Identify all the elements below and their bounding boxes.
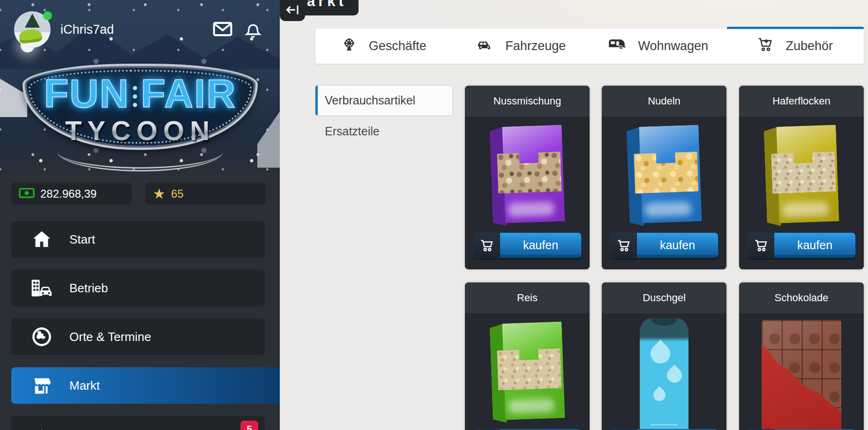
product-image-area: kaufen xyxy=(739,117,864,269)
product-name: Schokolade xyxy=(739,282,864,313)
product-image-oats-box xyxy=(763,125,839,226)
product-image-area: kaufen xyxy=(602,117,726,269)
tab-label: Geschäfte xyxy=(369,39,427,53)
product-image-area: kaufen xyxy=(602,313,726,430)
logo-title-line1: FUNFAIR xyxy=(16,70,264,117)
mail-icon[interactable] xyxy=(212,21,233,37)
sidebar-item-label: Markt xyxy=(69,378,100,393)
product-name: Nudeln xyxy=(602,86,726,117)
product-image-area: kaufen xyxy=(465,117,590,269)
buy-button-label: kaufen xyxy=(774,233,855,258)
buy-button[interactable]: kaufen xyxy=(747,232,856,258)
market-tabbar: Geschäfte Fahrzeuge Wohnwagen Zubehör xyxy=(315,29,864,64)
username: iChris7ad xyxy=(60,22,114,37)
product-card: Reis kaufen xyxy=(465,282,590,430)
product-image-chocolate-bar xyxy=(762,320,841,430)
avatar-green-car xyxy=(18,28,42,44)
sidebar-header-art: iChris7ad FUNFAIR TYCOON xyxy=(0,0,280,174)
online-status-dot xyxy=(43,11,52,20)
rollercoaster-track xyxy=(57,131,223,171)
product-card: Nudeln kaufen xyxy=(602,86,726,269)
product-card: Haferflocken kaufen xyxy=(739,86,864,269)
tab-fahrzeuge[interactable]: Fahrzeuge xyxy=(453,29,590,64)
category-verbrauchsartikel[interactable]: Verbrauchsartikel xyxy=(315,86,452,115)
product-image-pasta-box xyxy=(626,125,702,226)
buy-button[interactable]: kaufen xyxy=(610,232,718,258)
tab-label: Wohnwagen xyxy=(638,39,708,53)
star-icon: ★ xyxy=(153,187,165,201)
company-car-icon xyxy=(27,278,56,298)
funfair-tycoon-logo: FUNFAIR TYCOON xyxy=(16,52,264,171)
collapse-sidebar-button[interactable] xyxy=(280,0,305,21)
caravan-icon xyxy=(608,38,626,54)
sidebar-item-partial[interactable]: 5 xyxy=(11,416,265,430)
money-icon xyxy=(19,187,35,200)
category-label: Ersatzteile xyxy=(325,125,380,138)
home-icon xyxy=(27,230,56,249)
notification-badge: 5 xyxy=(240,421,258,430)
product-image-rice-box xyxy=(489,321,565,423)
sidebar-item-label: Orte & Termine xyxy=(69,330,151,344)
logo-word-fair: FAIR xyxy=(141,71,236,116)
product-name: Duschgel xyxy=(602,282,726,313)
tab-geschaefte[interactable]: Geschäfte xyxy=(315,29,453,64)
tab-label: Zubehör xyxy=(786,39,833,53)
car-icon xyxy=(476,38,493,54)
category-label: Verbrauchsartikel xyxy=(325,94,415,107)
main-content: Markt Geschäfte Fahrzeuge xyxy=(280,0,868,430)
tab-zubehoer[interactable]: Zubehör xyxy=(727,29,864,64)
sidebar-item-markt[interactable]: Markt xyxy=(11,367,280,404)
sidebar-item-orte-termine[interactable]: Orte & Termine xyxy=(11,319,265,355)
avatar-tree xyxy=(25,14,40,28)
product-card: Schokolade kaufen xyxy=(739,282,864,430)
product-image-nut-box xyxy=(489,125,565,226)
tab-label: Fahrzeuge xyxy=(505,39,566,53)
product-card: Duschgel kaufen xyxy=(602,282,726,430)
product-name: Reis xyxy=(465,282,590,313)
tab-wohnwagen[interactable]: Wohnwagen xyxy=(590,29,727,64)
bell-icon[interactable] xyxy=(243,22,263,42)
shop-icon xyxy=(27,375,56,396)
fun-fair-tycoon-app: iChris7ad FUNFAIR TYCOON 282.968,39 ★ 65 xyxy=(0,0,868,430)
cart-plus-icon xyxy=(757,37,773,55)
sidebar-item-start[interactable]: Start xyxy=(11,221,265,258)
logo-word-fun: FUN xyxy=(44,71,130,116)
sidebar-item-betrieb[interactable]: Betrieb xyxy=(11,270,265,306)
money-badge: 282.968,39 xyxy=(11,183,132,205)
cart-icon xyxy=(748,233,774,258)
sidebar: iChris7ad FUNFAIR TYCOON 282.968,39 ★ 65 xyxy=(0,0,280,430)
category-ersatzteile[interactable]: Ersatzteile xyxy=(315,119,452,143)
sidebar-item-label: Start xyxy=(69,232,95,247)
globe-icon xyxy=(27,326,56,347)
product-name: Nussmischung xyxy=(465,86,590,117)
arrow-left-to-bar-icon xyxy=(285,4,299,18)
buy-button-label: kaufen xyxy=(637,233,718,258)
logo-marquee-dots xyxy=(132,82,138,111)
product-name: Haferflocken xyxy=(739,86,864,117)
product-image-area: kaufen xyxy=(465,313,590,430)
sidebar-item-label: Betrieb xyxy=(69,281,108,296)
money-value: 282.968,39 xyxy=(40,187,97,200)
buy-button-label: kaufen xyxy=(500,233,581,258)
star-value: 65 xyxy=(171,187,184,200)
product-card: Nussmischung kaufen xyxy=(465,86,590,269)
cart-icon xyxy=(610,233,637,258)
star-badge: ★ 65 xyxy=(145,183,266,205)
product-image-area: kaufen xyxy=(739,313,864,430)
buy-button[interactable]: kaufen xyxy=(473,232,582,258)
cart-icon xyxy=(473,233,500,258)
product-image-shower-gel-bottle xyxy=(640,318,688,430)
ferris-wheel-icon xyxy=(342,37,357,55)
